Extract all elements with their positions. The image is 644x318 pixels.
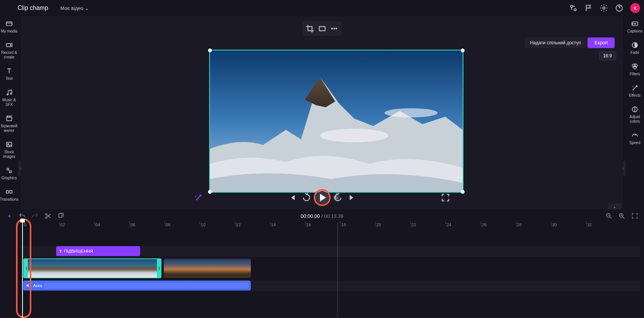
text-clip-label: ПІДВИЩЕННЯ <box>64 249 93 253</box>
svg-rect-13 <box>6 191 9 193</box>
duplicate-button[interactable] <box>57 212 65 220</box>
sidebar-speed[interactable]: Speed <box>626 129 644 148</box>
upgrade-icon[interactable] <box>569 4 578 12</box>
text-icon <box>5 67 13 75</box>
header-right: K <box>569 3 640 13</box>
clapboard-icon <box>5 115 13 122</box>
timeline-area: ✦ 00:00.00 / 00:13.39 0:02:04:06:08:10:1… <box>0 209 644 318</box>
sidebar-effects[interactable]: Effects <box>626 82 644 100</box>
svg-point-7 <box>10 93 11 94</box>
ruler-tick: :32 <box>586 222 592 227</box>
sidebar-transitions[interactable]: Transitions <box>0 186 18 204</box>
ruler-tick: :14 <box>270 222 276 227</box>
app-header: Clip champ Моє відео ⌄ K <box>0 0 644 16</box>
zoom-in-button[interactable] <box>618 212 626 220</box>
svg-point-23 <box>320 129 388 143</box>
undo-button[interactable] <box>18 212 26 220</box>
sidebar-music[interactable]: Music & SFX <box>0 86 18 109</box>
share-button[interactable]: Надати спільний доступ <box>525 37 586 48</box>
timeline-ruler[interactable]: 0:02:04:06:08:10:12:14:16:18:20:22:24:26… <box>21 222 640 232</box>
sidebar-adjust-colors[interactable]: Adjust colors <box>626 103 644 126</box>
skip-end-button[interactable] <box>347 192 358 203</box>
text-clip[interactable]: T ПІДВИЩЕННЯ <box>56 246 140 256</box>
svg-rect-12 <box>10 171 11 173</box>
canvas-toolbar: ••• <box>303 21 342 36</box>
svg-rect-8 <box>6 117 11 121</box>
video-clip-2[interactable] <box>164 259 251 278</box>
export-button[interactable]: Export <box>588 37 615 48</box>
svg-point-1 <box>574 9 576 11</box>
aspect-ratio-button[interactable]: 16:9 <box>599 51 616 60</box>
clip-trim-right[interactable]: || <box>157 259 161 277</box>
text-track[interactable]: T ПІДВИЩЕННЯ <box>21 246 640 257</box>
svg-point-24 <box>384 108 437 117</box>
seek-back-button[interactable] <box>301 192 312 203</box>
speaker-icon <box>26 283 31 288</box>
video-preview[interactable] <box>209 50 463 193</box>
video-track[interactable]: || || <box>21 258 640 279</box>
seek-forward-button[interactable] <box>332 192 343 203</box>
crop-button[interactable] <box>305 24 315 34</box>
svg-rect-21 <box>319 27 325 31</box>
project-name-dropdown[interactable]: Моє відео ⌄ <box>60 5 89 11</box>
more-button[interactable]: ••• <box>329 24 339 34</box>
svg-rect-27 <box>59 214 62 217</box>
svg-rect-5 <box>6 44 11 47</box>
play-highlight-ring <box>314 189 331 206</box>
project-name-text: Моє відео <box>60 5 83 11</box>
sidebar-captions[interactable]: Captions <box>626 18 644 36</box>
sidebar-my-media[interactable]: My media <box>0 18 18 36</box>
resize-handle-tl[interactable] <box>208 49 212 52</box>
ruler-tick: :10 <box>200 222 205 227</box>
sidebar-fade[interactable]: Fade <box>626 39 644 57</box>
fill-button[interactable] <box>317 24 327 34</box>
svg-rect-9 <box>6 142 11 147</box>
clip-thumbnails <box>28 259 157 277</box>
ruler-tick: :06 <box>129 222 135 227</box>
svg-rect-14 <box>10 191 12 193</box>
svg-point-19 <box>633 66 636 69</box>
timeline-collapse-toggle[interactable]: ⌄ <box>608 203 621 209</box>
resize-handle-tr[interactable] <box>461 49 465 52</box>
redo-button[interactable] <box>31 212 39 220</box>
timeline-toolbar: ✦ 00:00.00 / 00:13.39 <box>0 209 644 222</box>
filters-icon <box>631 63 639 70</box>
split-button[interactable] <box>44 212 52 220</box>
ruler-tick: :02 <box>59 222 65 227</box>
add-track-button[interactable]: ✦ <box>5 212 13 220</box>
ruler-tick: :24 <box>445 222 451 227</box>
svg-point-6 <box>7 94 8 95</box>
sidebar-record[interactable]: Record & create <box>0 39 18 62</box>
ruler-tick: :12 <box>235 222 240 227</box>
user-avatar[interactable]: K <box>630 3 640 13</box>
preview-content <box>210 50 463 192</box>
playback-controls <box>21 191 623 204</box>
app-launcher-icon[interactable] <box>4 4 12 12</box>
svg-rect-4 <box>6 22 12 26</box>
zoom-out-button[interactable] <box>605 212 613 220</box>
audio-clip[interactable]: Aura <box>23 281 251 290</box>
settings-icon[interactable] <box>600 4 608 12</box>
sidebar-filters[interactable]: Filters <box>626 60 644 79</box>
sidebar-text[interactable]: Text <box>0 65 18 83</box>
right-sidebar: Captions Fade Filters Effects Adjust col… <box>626 16 644 209</box>
image-icon <box>5 141 13 148</box>
header-left: Clip champ Моє відео ⌄ <box>4 4 89 12</box>
audio-track[interactable]: Aura <box>21 281 640 291</box>
fit-timeline-button[interactable] <box>631 212 639 220</box>
sidebar-graphics[interactable]: Graphics <box>0 164 18 183</box>
ruler-tick: :30 <box>551 222 557 227</box>
sidebar-stock-images[interactable]: Stock images <box>0 138 18 161</box>
skip-start-button[interactable] <box>287 192 297 203</box>
clip-trim-left[interactable]: || <box>24 259 28 277</box>
contrast-icon <box>631 105 639 113</box>
flag-icon[interactable] <box>584 4 593 12</box>
svg-point-0 <box>571 5 573 8</box>
svg-point-2 <box>603 7 605 9</box>
video-clip-1[interactable]: || || <box>23 258 161 278</box>
chevron-down-icon: ⌄ <box>85 5 89 11</box>
sidebar-stock-video[interactable]: Біржовий жилет <box>0 112 18 135</box>
brand-label: Clip champ <box>18 5 48 11</box>
help-icon[interactable] <box>615 4 623 12</box>
play-button[interactable] <box>316 191 329 204</box>
